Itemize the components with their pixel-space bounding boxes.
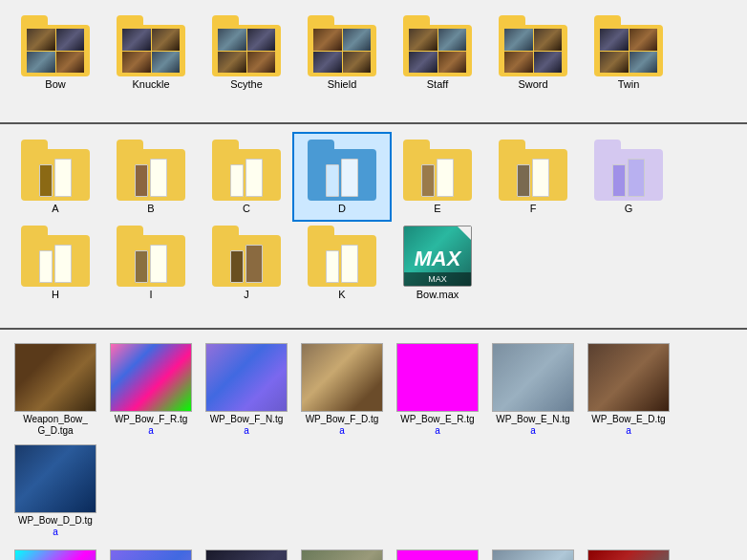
texture-thumb-r2-3 [205,549,288,560]
folder-c-label: C [243,203,250,214]
file-bow-max[interactable]: MAX MAX Bow.max [390,220,485,306]
texture-label-wp-bow-e-d: WP_Bow_E_D.tga [591,414,665,437]
folder-d-label: D [338,203,346,214]
textures-row-2 [8,546,739,560]
folder-staff[interactable]: Staff [390,10,485,96]
folder-a-icon [21,140,90,201]
folder-a[interactable]: A [8,134,103,220]
folder-sword[interactable]: Sword [485,10,581,96]
folder-shield[interactable]: Shield [294,10,390,96]
texture-thumb-r2-4 [301,549,383,560]
folder-i-icon [117,226,185,287]
texture-label-wp-bow-e-r: WP_Bow_E_R.tga [400,414,474,437]
folder-h[interactable]: H [8,220,103,306]
texture-label-wp-bow-d-d: WP_Bow_D_D.tga [18,515,93,538]
texture-weapon-bow-g-d[interactable]: Weapon_Bow_G_D.tga [8,339,103,441]
texture-r2-5[interactable] [390,546,485,560]
folder-scythe-label: Scythe [230,78,263,90]
folder-bow-label: Bow [45,78,65,90]
folder-k[interactable]: K [294,220,390,306]
texture-r2-3[interactable] [199,546,294,560]
folder-sword-label: Sword [518,78,547,90]
texture-thumb-wp-bow-e-r [396,343,479,412]
texture-r2-1[interactable] [8,546,103,560]
folder-twin[interactable]: Twin [581,10,676,96]
texture-thumb-wp-bow-e-d [587,343,670,412]
folder-b-icon [117,140,185,201]
max-file-icon: MAX MAX [403,226,472,287]
folder-c-icon [212,140,281,201]
folder-h-label: H [52,289,59,300]
texture-wp-bow-e-n[interactable]: WP_Bow_E_N.tga [485,339,581,441]
weapon-folders-row: Bow Knuckle [8,10,739,96]
folder-c[interactable]: C [199,134,294,220]
folder-shield-label: Shield [328,78,357,90]
folder-g-icon [594,140,663,201]
texture-wp-bow-f-r[interactable]: WP_Bow_F_R.tga [103,339,199,441]
texture-r2-2[interactable] [103,546,199,560]
texture-wp-bow-e-d[interactable]: WP_Bow_E_D.tga [581,339,676,441]
texture-thumb-wp-bow-d-d [14,444,96,513]
folder-i-label: I [149,289,152,300]
folder-f-icon [499,140,567,201]
texture-label-wp-bow-f-r: WP_Bow_F_R.tga [115,414,188,437]
folder-j[interactable]: J [199,220,294,306]
texture-label-wp-bow-f-d: WP_Bow_F_D.tga [306,414,379,437]
folder-e-label: E [434,203,440,214]
max-logo-text: MAX [415,247,461,271]
texture-thumb-r2-2 [110,549,192,560]
textures-row-1: Weapon_Bow_G_D.tga WP_Bow_F_R.tga WP_Bow… [8,339,739,542]
texture-label-weapon-bow-g-d: Weapon_Bow_G_D.tga [23,414,88,437]
folder-k-label: K [338,289,345,300]
texture-wp-bow-f-n[interactable]: WP_Bow_F_N.tga [199,339,294,441]
folder-scythe[interactable]: Scythe [199,10,294,96]
texture-r2-4[interactable] [294,546,390,560]
textures-section: Weapon_Bow_G_D.tga WP_Bow_F_R.tga WP_Bow… [0,330,747,560]
folder-f-label: F [530,203,537,214]
texture-wp-bow-d-d[interactable]: WP_Bow_D_D.tga [8,441,103,542]
texture-r2-6[interactable] [485,546,581,560]
texture-thumb-weapon-bow-g-d [14,343,96,412]
texture-thumb-r2-7 [587,549,670,560]
doc-folders-section: A B C [0,124,747,330]
folder-e-icon [403,140,472,201]
folder-d[interactable]: D [294,134,390,220]
folder-knuckle-icon [117,15,185,76]
folder-bow-icon [21,15,90,76]
folder-k-icon [308,226,376,287]
texture-label-wp-bow-f-n: WP_Bow_F_N.tga [210,414,284,437]
texture-wp-bow-e-r[interactable]: WP_Bow_E_R.tga [390,339,485,441]
folder-h-icon [21,226,90,287]
texture-thumb-r2-5 [396,549,479,560]
folder-staff-icon [403,15,472,76]
texture-thumb-r2-1 [14,549,96,560]
file-bow-max-label: Bow.max [416,289,459,300]
folder-b[interactable]: B [103,134,199,220]
weapon-folders-section: Bow Knuckle [0,0,747,124]
folder-j-label: J [244,289,249,300]
folder-knuckle[interactable]: Knuckle [103,10,199,96]
folder-g-label: G [625,203,633,214]
folder-shield-icon [308,15,376,76]
folder-scythe-icon [212,15,281,76]
texture-r2-7[interactable] [581,546,676,560]
texture-thumb-wp-bow-f-n [205,343,288,412]
texture-wp-bow-f-d[interactable]: WP_Bow_F_D.tga [294,339,390,441]
folder-sword-icon [499,15,567,76]
folder-twin-icon [594,15,663,76]
folder-bow[interactable]: Bow [8,10,103,96]
folder-j-icon [212,226,281,287]
folder-a-label: A [52,203,58,214]
folder-staff-label: Staff [427,78,448,90]
doc-folders-row: A B C [8,134,739,306]
texture-thumb-wp-bow-f-d [301,343,383,412]
folder-e[interactable]: E [390,134,485,220]
max-label-bar: MAX [404,272,471,286]
folder-f[interactable]: F [485,134,581,220]
texture-thumb-r2-6 [492,549,574,560]
folder-i[interactable]: I [103,220,199,306]
folder-twin-label: Twin [618,78,640,90]
texture-thumb-wp-bow-e-n [492,343,574,412]
texture-label-wp-bow-e-n: WP_Bow_E_N.tga [496,414,569,437]
folder-g[interactable]: G [581,134,676,220]
